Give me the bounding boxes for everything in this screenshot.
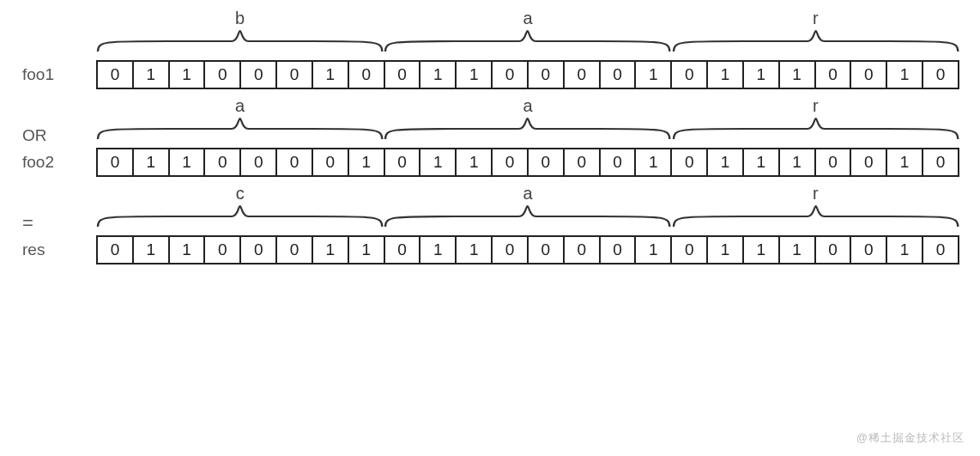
bit-cell: 1 — [170, 235, 206, 264]
bit-cell: 0 — [816, 235, 852, 264]
bit-cell: 0 — [851, 60, 887, 89]
bits-foo1: 011000100110000101110010 — [94, 60, 959, 89]
letter-r: r — [672, 184, 959, 204]
bit-cell: 1 — [457, 148, 493, 177]
bits-foo2: 011000010110000101110010 — [94, 148, 959, 177]
bit-cell: 0 — [923, 148, 959, 177]
label-eq: = — [17, 212, 94, 234]
letter-a: a — [384, 184, 671, 204]
bit-cell: 0 — [672, 148, 708, 177]
bit-cell: 0 — [205, 235, 241, 264]
label-foo2: foo2 — [17, 153, 94, 172]
bit-cell: 0 — [565, 60, 601, 89]
letter-r: r — [672, 96, 959, 117]
brace-icon — [384, 29, 671, 53]
bit-cell: 0 — [923, 235, 959, 264]
bit-cell: 1 — [349, 235, 385, 264]
bit-cell: 0 — [493, 60, 529, 89]
letter-a: a — [96, 96, 384, 117]
bit-cell: 0 — [565, 148, 601, 177]
watermark: @稀土掘金技术社区 — [856, 430, 965, 446]
bit-cell: 0 — [385, 148, 421, 177]
bit-cell: 0 — [529, 148, 565, 177]
brace-icon — [672, 29, 959, 53]
bit-cell: 0 — [205, 60, 241, 89]
bit-cell: 0 — [277, 60, 313, 89]
bit-cell: 1 — [780, 235, 816, 264]
bit-cell: 0 — [277, 235, 313, 264]
braces-res — [94, 204, 959, 228]
bit-cell: 0 — [816, 148, 852, 177]
bit-cell: 1 — [134, 148, 170, 177]
bit-cell: 0 — [923, 60, 959, 89]
bit-cell: 1 — [636, 235, 672, 264]
letter-c: c — [96, 184, 384, 204]
bit-cell: 1 — [636, 60, 672, 89]
bit-cell: 1 — [457, 235, 493, 264]
bit-cell: 0 — [601, 148, 637, 177]
bit-cell: 1 — [457, 60, 493, 89]
bit-cell: 1 — [134, 235, 170, 264]
bit-cell: 1 — [887, 148, 923, 177]
bit-cell: 1 — [887, 235, 923, 264]
bit-cell: 1 — [636, 148, 672, 177]
bit-cell: 0 — [96, 235, 134, 264]
bit-cell: 1 — [780, 60, 816, 89]
bit-cell: 1 — [170, 148, 206, 177]
letters-foo2: a a r — [94, 96, 959, 117]
letters-res: c a r — [94, 184, 959, 204]
letter-a: a — [384, 96, 671, 117]
bit-cell: 0 — [493, 235, 529, 264]
brace-icon — [672, 117, 959, 141]
bit-cell: 1 — [313, 60, 349, 89]
bit-cell: 0 — [529, 60, 565, 89]
brace-icon — [384, 204, 671, 228]
bit-cell: 0 — [493, 148, 529, 177]
bit-cell: 0 — [385, 60, 421, 89]
bit-cell: 1 — [420, 235, 457, 264]
bit-cell: 1 — [887, 60, 923, 89]
bit-cell: 1 — [420, 148, 457, 177]
bit-cell: 1 — [708, 60, 744, 89]
bit-cell: 0 — [565, 235, 601, 264]
bit-cell: 0 — [241, 148, 277, 177]
bit-cell: 1 — [134, 60, 170, 89]
brace-icon — [96, 29, 384, 53]
bit-cell: 1 — [349, 148, 385, 177]
bit-cell: 0 — [672, 235, 708, 264]
bit-cell: 0 — [241, 235, 277, 264]
brace-icon — [96, 117, 384, 141]
bit-cell: 0 — [349, 60, 385, 89]
letters-foo1: b a r — [94, 9, 959, 29]
letter-r: r — [672, 9, 959, 29]
label-foo1: foo1 — [17, 65, 94, 84]
bit-cell: 0 — [672, 60, 708, 89]
label-res: res — [17, 240, 94, 259]
bit-cell: 1 — [744, 148, 780, 177]
bit-cell: 0 — [851, 235, 887, 264]
bit-cell: 1 — [420, 60, 457, 89]
bit-cell: 0 — [601, 235, 637, 264]
bit-cell: 0 — [96, 148, 134, 177]
bit-cell: 0 — [313, 148, 349, 177]
bit-cell: 0 — [529, 235, 565, 264]
bit-cell: 0 — [96, 60, 134, 89]
letter-b: b — [96, 9, 384, 29]
braces-foo2 — [94, 117, 959, 141]
bit-cell: 1 — [708, 148, 744, 177]
bits-res: 011000110110000101110010 — [94, 235, 959, 264]
bit-cell: 0 — [385, 235, 421, 264]
bit-cell: 0 — [851, 148, 887, 177]
bit-cell: 0 — [205, 148, 241, 177]
bit-cell: 1 — [744, 235, 780, 264]
bit-cell: 0 — [277, 148, 313, 177]
bit-cell: 1 — [708, 235, 744, 264]
bit-cell: 0 — [816, 60, 852, 89]
letter-a: a — [384, 9, 671, 29]
bit-cell: 1 — [744, 60, 780, 89]
brace-icon — [672, 204, 959, 228]
label-or: OR — [17, 126, 94, 145]
braces-foo1 — [94, 29, 959, 53]
bit-cell: 1 — [313, 235, 349, 264]
brace-icon — [384, 117, 671, 141]
